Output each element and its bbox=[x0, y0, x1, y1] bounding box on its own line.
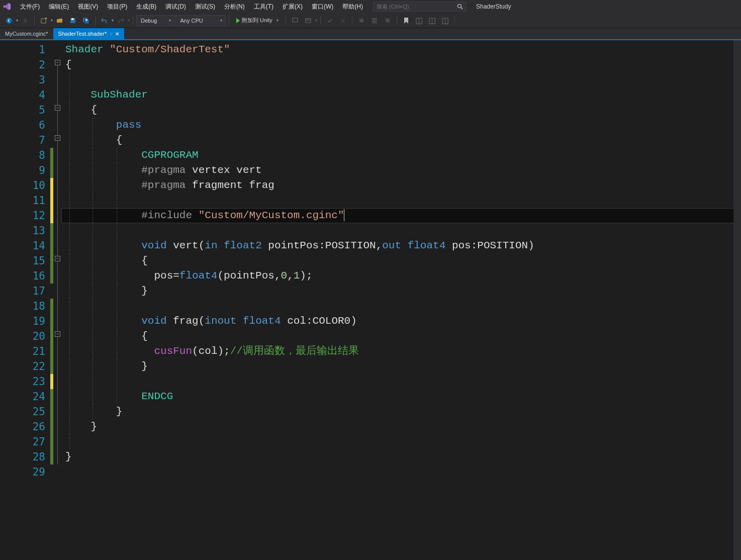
code-line-current[interactable]: #include "Custom/MyCustom.cginc" bbox=[61, 208, 741, 223]
toolbar-btn-2[interactable] bbox=[302, 15, 314, 27]
code-line[interactable]: } bbox=[61, 449, 741, 464]
redo-button[interactable] bbox=[115, 15, 127, 27]
code-line[interactable]: #pragma vertex vert bbox=[61, 163, 741, 178]
code-line[interactable]: cusFun(col);//调用函数，最后输出结果 bbox=[61, 344, 741, 359]
line-number: 24 bbox=[0, 389, 50, 404]
code-line[interactable]: { bbox=[61, 57, 741, 72]
toolbar-btn-5[interactable]: ≡ bbox=[355, 15, 367, 27]
code-line[interactable] bbox=[61, 299, 741, 314]
new-project-dropdown[interactable]: ▾ bbox=[51, 18, 53, 23]
redo-dropdown[interactable]: ▾ bbox=[128, 18, 130, 23]
menu-edit[interactable]: 编辑(E) bbox=[45, 1, 73, 13]
code-line[interactable]: pos=float4(pointPos,0,1); bbox=[61, 268, 741, 284]
line-number: 20 bbox=[0, 329, 50, 344]
save-all-button[interactable] bbox=[80, 15, 92, 27]
code-line[interactable]: pass bbox=[61, 118, 741, 133]
quick-launch-search[interactable] bbox=[373, 2, 466, 12]
token: CGPROGRAM bbox=[141, 149, 198, 161]
menu-view[interactable]: 视图(V) bbox=[74, 1, 102, 13]
code-line[interactable]: { bbox=[61, 253, 741, 268]
nav-fwd-button[interactable] bbox=[19, 15, 31, 27]
tab-mycustom[interactable]: MyCustom.cginc* bbox=[0, 28, 53, 39]
token: cusFun bbox=[154, 345, 192, 357]
toolbar-btn-3[interactable] bbox=[324, 15, 336, 27]
vertical-scrollbar[interactable] bbox=[733, 40, 741, 560]
code-line[interactable]: } bbox=[61, 419, 741, 434]
line-number: 22 bbox=[0, 359, 50, 374]
fold-toggle[interactable]: − bbox=[55, 256, 60, 261]
toolbar-btn-6[interactable]: ≣ bbox=[368, 15, 381, 27]
close-icon[interactable]: ✕ bbox=[115, 31, 119, 37]
tab-shadertest[interactable]: ShaderTest.shader* ⟂ ✕ bbox=[53, 28, 125, 39]
menu-help[interactable]: 帮助(H) bbox=[338, 1, 367, 13]
bookmark-icon[interactable] bbox=[400, 15, 412, 27]
code-line[interactable]: CGPROGRAM bbox=[61, 148, 741, 163]
toolbar-btn-4[interactable] bbox=[337, 15, 349, 27]
pin-icon[interactable]: ⟂ bbox=[110, 31, 112, 36]
undo-button[interactable] bbox=[99, 15, 111, 27]
menu-file[interactable]: 文件(F) bbox=[16, 1, 44, 13]
code-area[interactable]: Shader "Custom/ShaderTest" { SubShader {… bbox=[61, 40, 741, 560]
start-debug-button[interactable]: 附加到 Unity▾ bbox=[232, 15, 283, 26]
code-line[interactable]: #pragma fragment frag bbox=[61, 178, 741, 193]
menu-analyze[interactable]: 分析(N) bbox=[220, 1, 249, 13]
code-line[interactable] bbox=[61, 374, 741, 389]
solution-name-label: ShaderStudy bbox=[476, 3, 511, 10]
code-line[interactable]: ENDCG bbox=[61, 389, 741, 404]
line-number: 7 bbox=[0, 133, 50, 148]
code-line[interactable] bbox=[61, 72, 741, 87]
token: float4 bbox=[179, 270, 218, 282]
new-project-button[interactable] bbox=[38, 15, 50, 27]
menu-extensions[interactable]: 扩展(X) bbox=[279, 1, 307, 13]
code-line[interactable] bbox=[61, 434, 741, 449]
save-button[interactable] bbox=[67, 15, 79, 27]
toolbar-btn-8[interactable]: ◫ bbox=[413, 15, 425, 27]
svg-point-3 bbox=[22, 18, 28, 24]
code-line[interactable] bbox=[61, 223, 741, 238]
nav-back-button[interactable] bbox=[3, 15, 15, 27]
code-line[interactable]: SubShader bbox=[61, 87, 741, 103]
menu-debug[interactable]: 调试(D) bbox=[161, 1, 190, 13]
code-line[interactable]: void frag(inout float4 col:COLOR0) bbox=[61, 314, 741, 329]
fold-toggle[interactable]: − bbox=[55, 135, 60, 141]
toolbar-btn-1[interactable] bbox=[289, 15, 301, 27]
line-number: 14 bbox=[0, 238, 50, 253]
search-icon[interactable] bbox=[455, 2, 465, 11]
quick-launch-input[interactable] bbox=[374, 4, 455, 10]
menu-tools[interactable]: 工具(T) bbox=[250, 1, 277, 13]
toolbar-btn-10[interactable]: ◫ bbox=[439, 15, 451, 27]
code-line[interactable]: } bbox=[61, 404, 741, 419]
toolbar-btn-2-dd[interactable]: ▾ bbox=[315, 18, 317, 23]
code-line[interactable]: Shader "Custom/ShaderTest" bbox=[61, 42, 741, 57]
code-line[interactable]: } bbox=[61, 359, 741, 374]
code-line[interactable]: } bbox=[61, 284, 741, 299]
token: #pragma bbox=[141, 179, 186, 191]
fold-toggle[interactable]: − bbox=[55, 105, 60, 111]
code-line[interactable]: { bbox=[61, 329, 741, 344]
nav-back-dropdown[interactable]: ▾ bbox=[16, 18, 18, 23]
toolbar-separator bbox=[454, 16, 455, 25]
code-line[interactable]: void vert(in float2 pointPos:POSITION,ou… bbox=[61, 238, 741, 253]
toolbar-separator bbox=[352, 16, 352, 25]
toolbar-btn-7[interactable]: ≡ bbox=[382, 15, 394, 27]
fold-margin: − − − − − bbox=[54, 40, 61, 560]
open-file-button[interactable] bbox=[54, 15, 66, 27]
solution-platform-dropdown[interactable]: Any CPU▾ bbox=[175, 15, 225, 26]
toolbar-btn-9[interactable]: ◫ bbox=[426, 15, 438, 27]
line-number: 28 bbox=[0, 449, 50, 464]
menu-project[interactable]: 项目(P) bbox=[103, 1, 131, 13]
undo-dropdown[interactable]: ▾ bbox=[112, 18, 114, 23]
code-line[interactable] bbox=[61, 193, 741, 208]
code-line[interactable] bbox=[61, 464, 741, 480]
fold-toggle[interactable]: − bbox=[55, 331, 60, 337]
code-editor[interactable]: 1 2 3 4 5 6 7 8 9 10 11 12 13 14 15 16 1… bbox=[0, 40, 741, 560]
code-line[interactable]: { bbox=[61, 133, 741, 148]
fold-toggle[interactable]: − bbox=[55, 60, 60, 65]
code-line[interactable]: { bbox=[61, 103, 741, 118]
menu-test[interactable]: 测试(S) bbox=[191, 1, 219, 13]
token: "Custom/MyCustom.cginc" bbox=[199, 210, 344, 221]
menu-window[interactable]: 窗口(W) bbox=[308, 1, 337, 13]
line-number: 12 bbox=[0, 208, 50, 223]
menu-build[interactable]: 生成(B) bbox=[132, 1, 160, 13]
solution-config-dropdown[interactable]: Debug▾ bbox=[136, 15, 174, 26]
